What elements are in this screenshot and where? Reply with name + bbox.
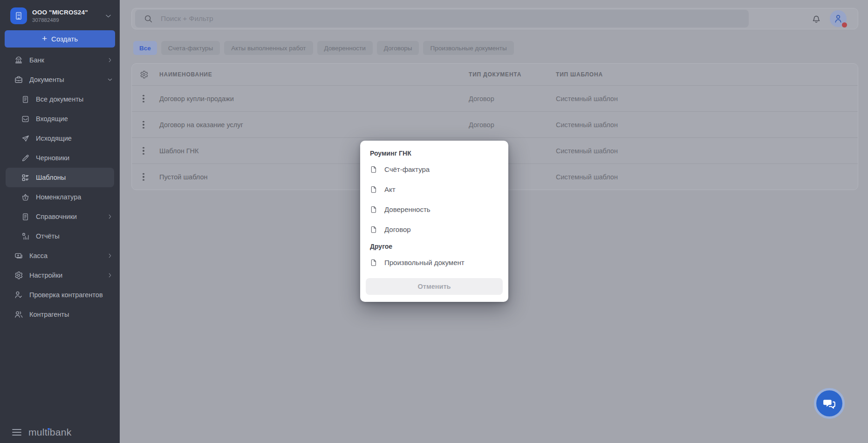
kebab-menu-icon[interactable]: [141, 171, 146, 183]
sidebar-item-all-documents[interactable]: Все документы: [0, 89, 120, 109]
filter-chip-acts[interactable]: Акты выполненных работ: [224, 41, 313, 55]
document-icon: [370, 205, 378, 214]
sidebar-item-cashdesk[interactable]: Касса: [0, 246, 120, 266]
company-logo-icon: [10, 7, 27, 24]
cash-icon: [14, 251, 23, 260]
filter-chip-invoices[interactable]: Счета-фактуры: [161, 41, 220, 55]
bank-icon: [14, 55, 23, 65]
sidebar-item-documents[interactable]: Документы: [0, 70, 120, 89]
app-root: ООО "MICROS24" 307882489 + Создать Банк …: [0, 0, 868, 443]
column-header-doc-type: ТИП ДОКУМЕНТА: [469, 71, 521, 78]
sidebar-item-templates[interactable]: Шаблоны: [6, 168, 114, 187]
modal-item-power-of-attorney[interactable]: Доверенность: [360, 199, 508, 219]
basket-icon: [21, 193, 30, 202]
create-button-label: Создать: [51, 35, 78, 43]
sidebar-item-incoming[interactable]: Входящие: [0, 109, 120, 129]
document-icon: [370, 258, 378, 267]
chat-icon: [821, 395, 837, 411]
sidebar-item-counterparties[interactable]: Контрагенты: [0, 305, 120, 324]
plus-icon: +: [42, 34, 47, 43]
modal-item-act[interactable]: Акт: [360, 179, 508, 199]
company-inn: 307882489: [32, 17, 88, 23]
sidebar-item-reports[interactable]: Отчёты: [0, 226, 120, 246]
sidebar-item-outgoing[interactable]: Исходящие: [0, 129, 120, 148]
multibank-logo: multibank: [28, 427, 72, 438]
modal-item-contract[interactable]: Договор: [360, 219, 508, 239]
table-row[interactable]: Договор на оказание услуг Договор Систем…: [132, 111, 858, 137]
chevron-right-icon: [107, 57, 113, 63]
topbar: [131, 8, 858, 29]
search-input[interactable]: [153, 9, 749, 28]
chevron-right-icon: [107, 272, 113, 279]
gear-icon: [14, 271, 23, 280]
people-icon: [14, 310, 23, 319]
sidebar-nav: Банк Документы Все документы Входящие Ис…: [0, 50, 120, 324]
filter-chip-powers-of-attorney[interactable]: Доверенности: [317, 41, 373, 55]
filter-chips: Все Счета-фактуры Акты выполненных работ…: [133, 41, 514, 55]
logo-i-dot: [48, 428, 50, 430]
search-icon: [144, 14, 153, 24]
hamburger-menu-icon[interactable]: [11, 427, 22, 438]
kebab-menu-icon[interactable]: [141, 145, 146, 157]
document-icon: [21, 212, 30, 221]
company-name: ООО "MICROS24": [32, 9, 88, 16]
column-header-template-type: ТИП ШАБЛОНА: [556, 71, 603, 78]
document-icon: [21, 95, 30, 104]
create-document-modal: Роуминг ГНК Счёт-фактура Акт Доверенност…: [360, 141, 508, 302]
document-icon: [370, 225, 378, 234]
filter-chip-arbitrary-documents[interactable]: Произвольные документы: [423, 41, 513, 55]
document-icon: [370, 185, 378, 194]
cancel-button[interactable]: Отменить: [366, 278, 503, 295]
bell-icon[interactable]: [811, 13, 822, 24]
send-icon: [21, 134, 30, 143]
sidebar-item-drafts[interactable]: Черновики: [0, 148, 120, 168]
kebab-menu-icon[interactable]: [141, 93, 146, 104]
table-header: НАИМЕНОВАНИЕ ТИП ДОКУМЕНТА ТИП ШАБЛОНА: [132, 64, 858, 86]
report-icon: [21, 232, 30, 241]
modal-item-arbitrary-document[interactable]: Произвольный документ: [360, 252, 508, 273]
template-icon: [21, 173, 30, 182]
chevron-right-icon: [107, 213, 113, 220]
briefcase-icon: [14, 75, 23, 84]
modal-section-title: Роуминг ГНК: [360, 147, 508, 159]
modal-section-title: Другое: [360, 240, 508, 252]
sidebar-footer: multibank: [11, 427, 72, 438]
modal-item-invoice[interactable]: Счёт-фактура: [360, 159, 508, 179]
chat-button[interactable]: [814, 388, 845, 419]
chevron-right-icon: [107, 252, 113, 259]
company-selector[interactable]: ООО "MICROS24" 307882489: [0, 0, 120, 24]
person-check-icon: [14, 290, 23, 300]
notification-dot: [842, 22, 847, 27]
sidebar: ООО "MICROS24" 307882489 + Создать Банк …: [0, 0, 120, 443]
document-icon: [370, 165, 378, 174]
filter-chip-all[interactable]: Все: [133, 41, 157, 55]
pencil-icon: [21, 154, 30, 163]
sidebar-item-nomenclature[interactable]: Номенклатура: [0, 187, 120, 207]
avatar[interactable]: [830, 10, 847, 27]
gear-icon[interactable]: [139, 70, 149, 79]
sidebar-item-counterparty-check[interactable]: Проверка контрагентов: [0, 285, 120, 305]
sidebar-item-settings[interactable]: Настройки: [0, 266, 120, 285]
table-row[interactable]: Договор купли-продажи Договор Системный …: [132, 86, 858, 111]
chevron-down-icon: [107, 76, 113, 83]
create-button[interactable]: + Создать: [5, 30, 115, 48]
sidebar-item-bank[interactable]: Банк: [0, 50, 120, 70]
column-header-name: НАИМЕНОВАНИЕ: [159, 71, 212, 78]
search-bar[interactable]: [135, 10, 749, 27]
filter-chip-contracts[interactable]: Договоры: [377, 41, 419, 55]
inbox-icon: [21, 115, 30, 123]
sidebar-item-directories[interactable]: Справочники: [0, 207, 120, 226]
chevron-down-icon: [104, 12, 112, 20]
kebab-menu-icon[interactable]: [141, 119, 146, 130]
